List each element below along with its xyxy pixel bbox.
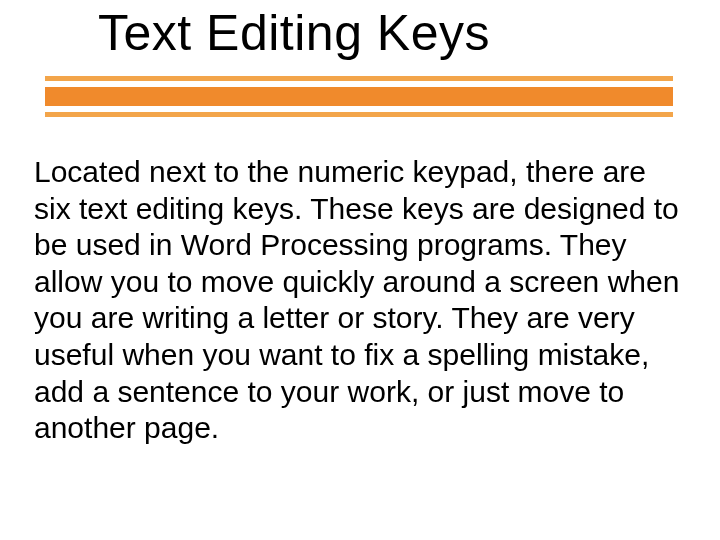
rule-stripe-bottom (45, 112, 673, 117)
title-underline (45, 76, 673, 117)
page-title: Text Editing Keys (98, 6, 490, 61)
slide: Text Editing Keys Located next to the nu… (0, 0, 720, 540)
body-text: Located next to the numeric keypad, ther… (34, 154, 684, 447)
rule-stripe-middle (45, 87, 673, 106)
